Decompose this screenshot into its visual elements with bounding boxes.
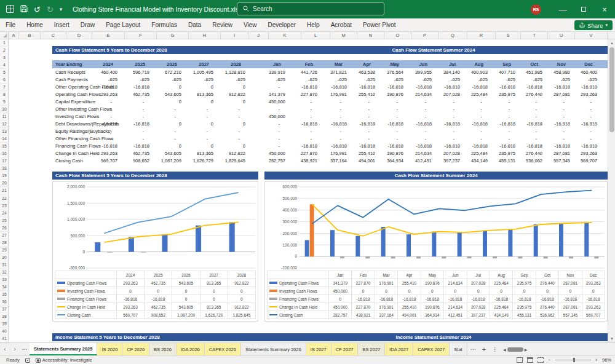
value-cell[interactable]: - — [348, 99, 376, 105]
legend-change-in-cash-held[interactable]: Change In Cash Held — [55, 303, 117, 311]
search-box[interactable]: Search — [237, 2, 384, 15]
value-cell[interactable]: -16,818 — [319, 84, 348, 90]
ribbon-tab-power-pivot[interactable]: Power Pivot — [357, 18, 401, 31]
value-cell[interactable]: 287,081 — [544, 92, 571, 97]
sheet-next-button[interactable]: › — [10, 343, 20, 355]
value-cell[interactable]: 0 — [183, 84, 215, 90]
column-header-B[interactable]: B — [19, 32, 41, 39]
excel-app-icon[interactable] — [6, 5, 14, 14]
value-cell[interactable]: 225,484 — [461, 151, 489, 156]
row-header-5[interactable]: 5 — [0, 69, 9, 76]
ribbon-tab-home[interactable]: Home — [21, 18, 49, 31]
tab-scroll-thumb[interactable] — [507, 347, 523, 352]
value-cell[interactable]: 407,710 — [489, 69, 517, 75]
value-cell[interactable]: 908,652 — [119, 158, 151, 164]
legend-change-in-cash-held[interactable]: Change In Cash Held — [268, 303, 329, 311]
value-cell[interactable]: - — [544, 106, 571, 112]
value-cell[interactable]: 376,564 — [376, 69, 405, 75]
value-cell[interactable]: -16,818 — [405, 121, 433, 127]
row-header-21[interactable]: 21 — [0, 187, 9, 194]
row-header-39[interactable]: 39 — [0, 320, 9, 328]
value-cell[interactable]: -16,818 — [376, 84, 405, 90]
column-header-H[interactable]: H — [189, 32, 221, 39]
qat-customize-button[interactable]: ▾ — [60, 7, 63, 12]
row-header-22[interactable]: 22 — [0, 195, 9, 202]
select-all-corner[interactable] — [0, 32, 9, 39]
sheet-tab-is-2027[interactable]: IS 2027 — [306, 343, 331, 355]
value-cell[interactable]: 412,451 — [405, 158, 433, 164]
value-cell[interactable]: 460,400 — [571, 69, 598, 75]
row-header-26[interactable]: 26 — [0, 224, 9, 232]
column-header-I[interactable]: I — [221, 32, 248, 39]
value-cell[interactable]: -16,818 — [319, 143, 348, 149]
row-label[interactable]: Other Investing Cash Flows — [52, 106, 93, 112]
value-cell[interactable]: -16,818 — [348, 84, 376, 90]
row-header-15[interactable]: 15 — [0, 143, 9, 150]
value-cell[interactable]: - — [247, 106, 287, 112]
zoom-out-button[interactable]: − — [548, 357, 550, 363]
row-header-33[interactable]: 33 — [0, 276, 9, 283]
value-cell[interactable]: 0 — [151, 121, 183, 127]
value-cell[interactable]: -16,818 — [376, 143, 405, 149]
value-cell[interactable]: 450,000 — [247, 114, 287, 119]
monthly-cashflow-chart[interactable]: -100,0000100,000200,000300,000400,000500… — [264, 181, 608, 322]
value-cell[interactable]: -16,818 — [517, 121, 544, 127]
bar-financing-cash-flows[interactable] — [391, 256, 395, 258]
value-cell[interactable]: 293,263 — [571, 92, 598, 97]
value-cell[interactable]: 227,870 — [287, 151, 319, 156]
value-cell[interactable]: - — [517, 114, 544, 119]
value-cell[interactable]: - — [405, 136, 433, 141]
value-cell[interactable]: - — [151, 106, 183, 112]
column-header-cell[interactable]: Jul — [433, 61, 461, 67]
income-statement-banner[interactable]: Income Statement 5 Years to December 202… — [52, 333, 608, 341]
value-cell[interactable]: 0 — [151, 84, 183, 90]
value-cell[interactable]: - — [517, 136, 544, 141]
value-cell[interactable]: -625 — [571, 77, 598, 82]
row-label[interactable]: Cash Receipts — [52, 69, 93, 75]
column-header-R[interactable]: R — [467, 32, 496, 39]
value-cell[interactable]: -16,818 — [319, 121, 348, 127]
value-cell[interactable]: -625 — [119, 77, 151, 82]
share-button[interactable]: Share ▾ — [574, 20, 613, 30]
page-layout-view-icon[interactable] — [527, 357, 533, 363]
value-cell[interactable]: -16,818 — [571, 121, 598, 127]
bar-financing-cash-flows[interactable] — [594, 256, 598, 258]
value-cell[interactable]: - — [544, 136, 571, 141]
value-cell[interactable]: - — [287, 106, 319, 112]
legend-operating-cash-flows[interactable]: Operating Cash Flows — [268, 279, 329, 287]
row-header-19[interactable]: 19 — [0, 172, 9, 180]
bar-operating-cash-flows[interactable] — [229, 222, 235, 251]
ribbon-tab-data[interactable]: Data — [183, 18, 207, 31]
value-cell[interactable]: - — [319, 106, 348, 112]
value-cell[interactable]: 813,365 — [183, 151, 215, 156]
value-cell[interactable]: -625 — [215, 77, 247, 82]
sheet-tab-bs-2027[interactable]: BS 2027 — [358, 343, 385, 355]
value-cell[interactable]: 397,237 — [433, 158, 461, 164]
value-cell[interactable]: - — [405, 106, 433, 112]
value-cell[interactable]: -16,818 — [544, 121, 571, 127]
column-header-cell[interactable]: Aug — [461, 61, 489, 67]
value-cell[interactable]: - — [517, 106, 544, 112]
zoom-slider[interactable] — [555, 360, 591, 360]
sheet-prev-button[interactable]: ‹ — [0, 343, 10, 355]
accessibility-status[interactable]: Accessibility: Investigate — [36, 357, 92, 363]
value-cell[interactable]: 912,822 — [215, 151, 247, 156]
chart-title-banner-left[interactable]: Cash Flow Statement 5 Years to December … — [52, 172, 258, 180]
sheet-tab-capex-2027[interactable]: CAPEX 2027 — [413, 343, 450, 355]
row-header-14[interactable]: 14 — [0, 135, 9, 143]
value-cell[interactable]: 460,400 — [93, 69, 119, 75]
bar-financing-cash-flows[interactable] — [107, 252, 113, 253]
value-cell[interactable]: - — [571, 99, 598, 105]
column-header-T[interactable]: T — [521, 32, 548, 39]
value-cell[interactable]: - — [571, 106, 598, 112]
value-cell[interactable]: - — [215, 129, 247, 134]
value-cell[interactable]: 441,726 — [287, 69, 319, 75]
value-cell[interactable]: 458,980 — [544, 69, 571, 75]
value-cell[interactable]: - — [93, 114, 119, 119]
column-header-S[interactable]: S — [496, 32, 521, 39]
value-cell[interactable]: - — [433, 99, 461, 105]
row-header-3[interactable]: 3 — [0, 54, 9, 61]
value-cell[interactable]: -16,818 — [433, 143, 461, 149]
column-header-cell[interactable]: May — [376, 61, 405, 67]
value-cell[interactable]: -16,818 — [119, 84, 151, 90]
